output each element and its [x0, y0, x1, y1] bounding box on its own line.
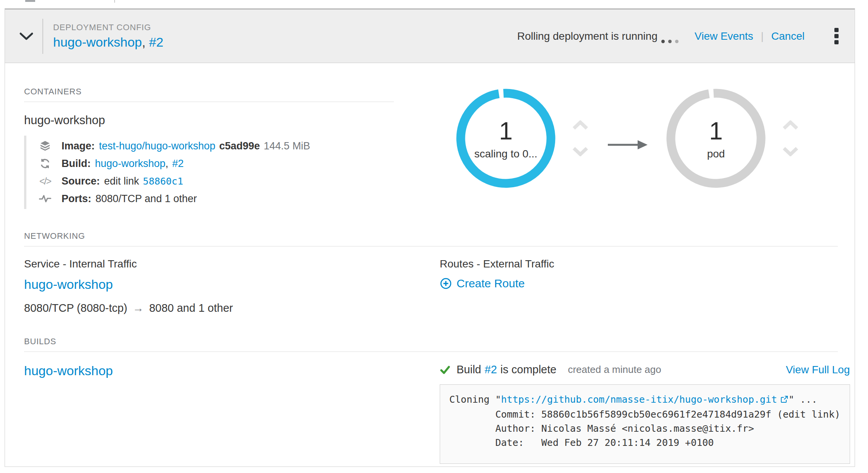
builds-row: hugo-workshop Build #2 is complete creat…: [24, 363, 838, 464]
build-age: created a minute ago: [568, 364, 661, 376]
loading-ellipsis-icon: [661, 40, 679, 43]
service-link[interactable]: hugo-workshop: [24, 277, 113, 292]
plus-circle-icon: [440, 277, 452, 290]
clipped-icon-fragment: [25, 0, 35, 2]
current-replica-label: scaling to 0...: [454, 148, 557, 160]
scale-down-button[interactable]: [572, 146, 589, 156]
networking-section-head: NETWORKING: [24, 231, 838, 246]
networking-section-label: NETWORKING: [24, 231, 838, 241]
build-config-block: hugo-workshop: [24, 363, 440, 464]
scaling-donuts: 1 scaling to 0...: [454, 87, 799, 190]
panel-header: DEPLOYMENT CONFIG hugo-workshop,#2 Rolli…: [5, 10, 855, 63]
target-donut: 1 pod: [664, 87, 768, 190]
networking-row: Service - Internal Traffic hugo-workshop…: [24, 258, 838, 314]
page-title: hugo-workshop,#2: [53, 35, 164, 49]
builds-section-label: BUILDS: [24, 337, 838, 347]
target-replica-label: pod: [664, 148, 768, 160]
image-sha: c5ad99e: [219, 140, 260, 152]
service-heading: Service - Internal Traffic: [24, 258, 440, 270]
chevron-down-icon: [19, 32, 34, 40]
rollout-arrow-icon: [606, 139, 648, 151]
actions-divider: |: [761, 30, 764, 42]
log-line3: Author: Nicolas Massé <nicolas.masse@iti…: [449, 423, 754, 434]
panel-body: CONTAINERS hugo-workshop Image:: [5, 63, 855, 464]
containers-section-label: CONTAINERS: [24, 87, 394, 97]
scale-up-button[interactable]: [572, 120, 589, 130]
log-line1-suffix: " ...: [789, 394, 817, 405]
source-ref: edit link: [104, 175, 139, 187]
title-block: DEPLOYMENT CONFIG hugo-workshop,#2: [53, 23, 164, 49]
deployment-status-text: Rolling deployment is running: [517, 30, 657, 42]
routes-block: Routes - External Traffic Create Route: [440, 258, 838, 314]
log-line4: Date: Wed Feb 27 20:11:14 2019 +0100: [449, 437, 714, 448]
resource-kind-label: DEPLOYMENT CONFIG: [53, 23, 164, 32]
header-divider: [42, 19, 43, 54]
container-name: hugo-workshop: [24, 113, 394, 127]
build-log-snippet: Cloning "https://github.com/nmasse-itix/…: [440, 384, 850, 464]
build-number-link[interactable]: #2: [172, 158, 184, 170]
build-row: Build: hugo-workshop , #2: [38, 155, 394, 172]
code-icon: </>: [38, 176, 52, 187]
scale-controls-current: [572, 120, 589, 156]
source-commit-link[interactable]: 58860c1: [143, 176, 183, 187]
build-detail-block: Build #2 is complete created a minute ag…: [440, 363, 850, 464]
git-repo-link[interactable]: https://github.com/nmasse-itix/hugo-work…: [501, 394, 788, 405]
view-full-log-link[interactable]: View Full Log: [786, 364, 850, 376]
log-line2: Commit: 58860c1b56f5899cb50ec6961f2e4718…: [449, 409, 840, 420]
service-block: Service - Internal Traffic hugo-workshop…: [24, 258, 440, 314]
service-ports-line: 8080/TCP (8080-tcp) → 8080 and 1 other: [24, 302, 440, 314]
collapse-chevron-icon[interactable]: [18, 32, 35, 40]
chevron-down-icon: [782, 146, 799, 156]
ports-value: 8080/TCP and 1 other: [96, 193, 197, 205]
routes-heading: Routes - External Traffic: [440, 258, 838, 270]
image-size: 144.5 MiB: [264, 140, 310, 152]
kebab-menu-button[interactable]: [832, 26, 841, 47]
scale-controls-target: [782, 120, 799, 156]
deployment-config-panel: DEPLOYMENT CONFIG hugo-workshop,#2 Rolli…: [5, 8, 855, 467]
image-label: Image:: [62, 140, 95, 152]
check-icon: [440, 364, 450, 375]
build-number-link[interactable]: #2: [485, 363, 497, 376]
build-config-link[interactable]: hugo-workshop: [24, 363, 113, 378]
builds-rule: [24, 352, 838, 352]
containers-rule: [24, 102, 394, 102]
port-mapping-arrow: →: [130, 302, 146, 314]
overview-row: CONTAINERS hugo-workshop Image:: [24, 87, 838, 209]
scale-up-button[interactable]: [782, 120, 799, 130]
target-replica-count: 1: [664, 119, 768, 143]
chevron-up-icon: [782, 120, 799, 130]
log-line1-prefix: Cloning ": [449, 394, 501, 405]
view-events-link[interactable]: View Events: [695, 30, 753, 42]
container-detail-list: Image: test-hugo/hugo-workshop c5ad99e 1…: [24, 136, 394, 209]
create-route-label: Create Route: [457, 277, 525, 290]
previous-row-clipped: [0, 0, 868, 3]
title-separator: ,: [142, 35, 145, 49]
build-status-suffix: is complete: [500, 363, 557, 376]
chevron-down-icon: [572, 146, 589, 156]
create-route-link[interactable]: Create Route: [440, 277, 525, 290]
image-row: Image: test-hugo/hugo-workshop c5ad99e 1…: [38, 137, 394, 155]
deployment-config-link[interactable]: hugo-workshop: [53, 35, 142, 49]
ports-row: Ports: 8080/TCP and 1 other: [38, 190, 394, 207]
build-config-link[interactable]: hugo-workshop: [95, 158, 165, 170]
git-repo-url: https://github.com/nmasse-itix/hugo-work…: [501, 394, 777, 405]
scale-down-button[interactable]: [782, 146, 799, 156]
pulse-icon: [38, 194, 52, 204]
source-row: </> Source: edit link 58860c1: [38, 172, 394, 190]
deployment-revision-link[interactable]: #2: [149, 35, 164, 49]
deployment-donut: 1 scaling to 0...: [454, 87, 557, 190]
build-label: Build:: [62, 158, 91, 170]
containers-section: CONTAINERS hugo-workshop Image:: [24, 87, 394, 209]
layers-icon: [38, 140, 52, 152]
scaling-area: 1 scaling to 0...: [394, 87, 838, 190]
networking-rule: [24, 246, 838, 246]
image-stream-link[interactable]: test-hugo/hugo-workshop: [99, 140, 215, 152]
cancel-deployment-link[interactable]: Cancel: [771, 30, 805, 42]
clipped-divider-fragment: [114, 0, 115, 3]
build-separator: ,: [165, 158, 168, 170]
ports-label: Ports:: [62, 193, 91, 205]
service-port-from: 8080/TCP (8080-tcp): [24, 302, 127, 314]
header-actions: Rolling deployment is running View Event…: [517, 26, 841, 47]
current-replica-count: 1: [454, 119, 557, 143]
chevron-up-icon: [572, 120, 589, 130]
